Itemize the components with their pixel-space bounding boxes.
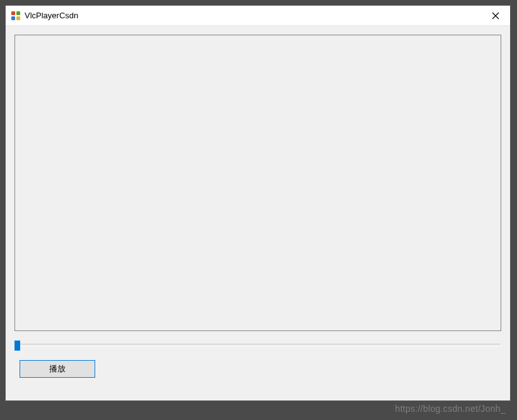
video-panel (15, 35, 501, 331)
svg-rect-1 (16, 11, 20, 15)
close-icon (492, 12, 499, 20)
progress-slider[interactable] (15, 340, 501, 351)
app-window: VlcPlayerCsdn 播放 (5, 5, 511, 401)
svg-rect-0 (11, 11, 15, 15)
client-area: 播放 (6, 26, 510, 400)
window-title: VlcPlayerCsdn (25, 11, 481, 20)
slider-thumb[interactable] (15, 341, 20, 351)
play-button[interactable]: 播放 (20, 360, 95, 378)
svg-rect-3 (16, 16, 20, 20)
slider-rail (15, 344, 501, 346)
app-icon (11, 11, 21, 21)
svg-rect-2 (11, 16, 15, 20)
close-button[interactable] (481, 6, 510, 25)
watermark-text: https://blog.csdn.net/Jonh_ (395, 404, 506, 414)
titlebar[interactable]: VlcPlayerCsdn (6, 6, 510, 26)
